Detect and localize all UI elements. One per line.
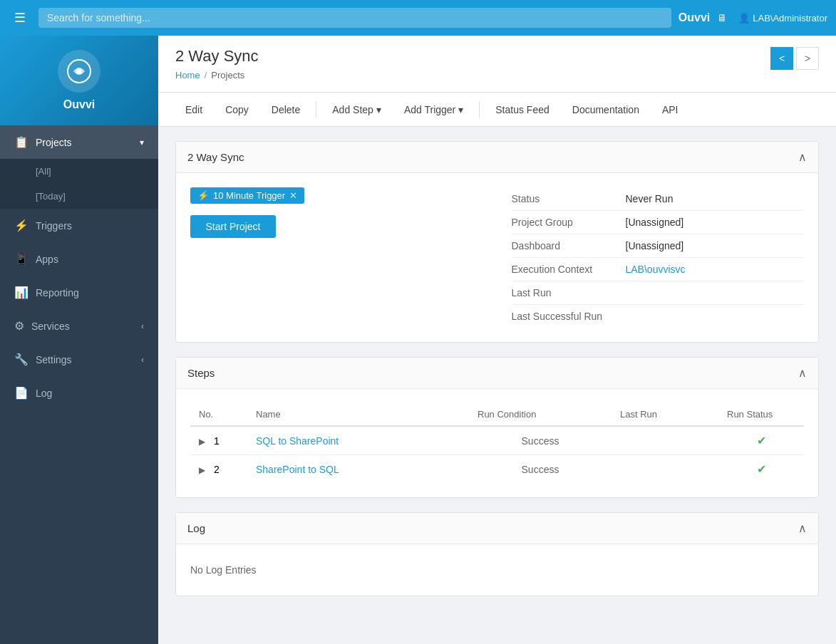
project-left: ⚡ 10 Minute Trigger ✕ Start Project	[190, 187, 483, 328]
page-next-button[interactable]: >	[796, 47, 819, 70]
search-input[interactable]	[38, 8, 671, 28]
steps-table-body: ▶ 1 SQL to SharePoint Success ✔ ▶ 2 Shar…	[190, 426, 804, 483]
sidebar-item-projects[interactable]: 📋 Projects ▾	[0, 125, 158, 159]
breadcrumb: Home / Projects	[175, 70, 259, 80]
trigger-badge-label: 10 Minute Trigger	[213, 190, 285, 201]
table-row: ▶ 1 SQL to SharePoint Success ✔	[190, 426, 804, 455]
breadcrumb-current: Projects	[211, 70, 244, 80]
step-name-cell: SQL to SharePoint	[247, 426, 469, 455]
col-header-no: No.	[190, 403, 247, 426]
info-row-dashboard: Dashboard [Unassigned]	[512, 234, 805, 258]
logo-icon	[58, 50, 100, 93]
info-row-last-run: Last Run	[512, 281, 805, 305]
sidebar-settings-label: Settings	[36, 354, 72, 365]
app-header: ☰ Ouvvi 🖥 👤 LAB\Administrator	[0, 0, 836, 36]
sidebar-projects-label: Projects	[36, 137, 72, 148]
project-section-title: 2 Way Sync	[187, 151, 244, 163]
documentation-button[interactable]: Documentation	[562, 100, 649, 120]
project-info-table: Status Never Run Project Group [Unassign…	[512, 187, 805, 328]
execution-context-label: Execution Context	[512, 258, 626, 281]
step-expand-icon[interactable]: ▶	[199, 465, 205, 475]
step-number: 2	[214, 464, 220, 475]
delete-button[interactable]: Delete	[262, 100, 310, 120]
project-group-label: Project Group	[512, 211, 626, 234]
toolbar-divider-1	[316, 101, 316, 118]
col-header-last-run: Last Run	[611, 403, 718, 426]
sidebar-logo-text: Ouvvi	[63, 98, 95, 111]
add-trigger-button[interactable]: Add Trigger ▾	[394, 100, 473, 120]
step-name-link[interactable]: SharePoint to SQL	[256, 464, 339, 475]
menu-button[interactable]: ☰	[9, 7, 31, 28]
add-step-button[interactable]: Add Step ▾	[322, 100, 391, 120]
step-name-link[interactable]: SQL to SharePoint	[256, 435, 339, 447]
sidebar-services-label: Services	[31, 321, 70, 332]
settings-icon: 🔧	[14, 353, 29, 366]
sidebar-nav: 📋 Projects ▾ [All] [Today] ⚡ Triggers 📱	[0, 125, 158, 644]
trigger-badge: ⚡ 10 Minute Trigger ✕	[190, 187, 304, 204]
user-info: 👤 LAB\Administrator	[738, 13, 827, 24]
trigger-badge-close[interactable]: ✕	[289, 190, 297, 201]
log-icon: 📄	[14, 386, 29, 400]
settings-arrow-icon: ‹	[141, 355, 144, 365]
sidebar-sub-all[interactable]: [All]	[0, 159, 158, 184]
status-label: Status	[512, 187, 626, 211]
steps-section-toggle[interactable]: ∧	[798, 366, 807, 380]
sidebar-item-settings[interactable]: 🔧 Settings ‹	[0, 343, 158, 376]
sidebar-apps-label: Apps	[36, 254, 58, 265]
copy-button[interactable]: Copy	[215, 100, 259, 120]
sidebar: Ouvvi 📋 Projects ▾ [All] [Today] ⚡ Trigg…	[0, 36, 158, 644]
steps-table-head: No. Name Run Condition Last Run Run Stat…	[190, 403, 804, 426]
breadcrumb-separator: /	[205, 70, 207, 80]
page-title: 2 Way Sync	[175, 47, 259, 66]
col-header-run-status: Run Status	[718, 403, 804, 426]
success-icon: ✔	[757, 463, 766, 475]
log-section-body: No Log Entries	[176, 544, 818, 596]
sidebar-projects-sub: [All] [Today]	[0, 159, 158, 209]
last-run-label: Last Run	[512, 281, 626, 305]
apps-icon: 📱	[14, 252, 29, 266]
step-no-cell: ▶ 1	[190, 426, 247, 455]
last-successful-run-label: Last Successful Run	[512, 305, 626, 328]
info-row-execution-context: Execution Context LAB\ouvvisvc	[512, 258, 805, 281]
toolbar-divider-2	[479, 101, 480, 118]
trigger-badge-container: ⚡ 10 Minute Trigger ✕	[190, 187, 483, 204]
sidebar-item-triggers[interactable]: ⚡ Triggers	[0, 209, 158, 242]
sidebar-sub-today[interactable]: [Today]	[0, 184, 158, 209]
execution-context-value: LAB\ouvvisvc	[626, 258, 805, 281]
services-icon: ⚙	[14, 319, 24, 333]
project-section-toggle[interactable]: ∧	[798, 150, 807, 164]
table-row: ▶ 2 SharePoint to SQL Success ✔	[190, 455, 804, 484]
status-feed-button[interactable]: Status Feed	[485, 100, 559, 120]
dashboard-value: [Unassigned]	[626, 234, 805, 258]
start-project-button[interactable]: Start Project	[190, 215, 276, 238]
main-content: 2 Way Sync Home / Projects < > Edit Copy…	[158, 36, 836, 644]
log-section-toggle[interactable]: ∧	[798, 521, 807, 535]
sidebar-item-services[interactable]: ⚙ Services ‹	[0, 309, 158, 343]
monitor-icon[interactable]: 🖥	[717, 12, 727, 24]
last-run-value	[626, 281, 805, 305]
steps-table-header-row: No. Name Run Condition Last Run Run Stat…	[190, 403, 804, 426]
sidebar-item-apps[interactable]: 📱 Apps	[0, 242, 158, 276]
project-section-header: 2 Way Sync ∧	[176, 142, 818, 173]
steps-section: Steps ∧ No. Name Run Condition Last Run …	[175, 357, 819, 498]
page-prev-button[interactable]: <	[770, 47, 793, 70]
api-button[interactable]: API	[652, 100, 688, 120]
last-successful-run-value	[626, 305, 805, 328]
sidebar-item-reporting[interactable]: 📊 Reporting	[0, 276, 158, 309]
step-number: 1	[214, 435, 220, 447]
sidebar-item-log[interactable]: 📄 Log	[0, 376, 158, 410]
step-name-cell: SharePoint to SQL	[247, 455, 469, 484]
add-trigger-dropdown-icon: ▾	[458, 104, 463, 115]
services-arrow-icon: ‹	[141, 321, 144, 331]
breadcrumb-home[interactable]: Home	[175, 70, 200, 80]
app-title: Ouvvi	[678, 11, 710, 24]
execution-context-link[interactable]: LAB\ouvvisvc	[626, 264, 686, 275]
info-row-project-group: Project Group [Unassigned]	[512, 211, 805, 234]
header-icons: 🖥 👤 LAB\Administrator	[717, 12, 827, 24]
edit-button[interactable]: Edit	[175, 100, 212, 120]
project-info: ⚡ 10 Minute Trigger ✕ Start Project Stat…	[190, 187, 804, 328]
info-row-last-successful-run: Last Successful Run	[512, 305, 805, 328]
triggers-icon: ⚡	[14, 219, 29, 232]
step-expand-icon[interactable]: ▶	[199, 437, 205, 447]
log-empty-message: No Log Entries	[190, 559, 804, 581]
